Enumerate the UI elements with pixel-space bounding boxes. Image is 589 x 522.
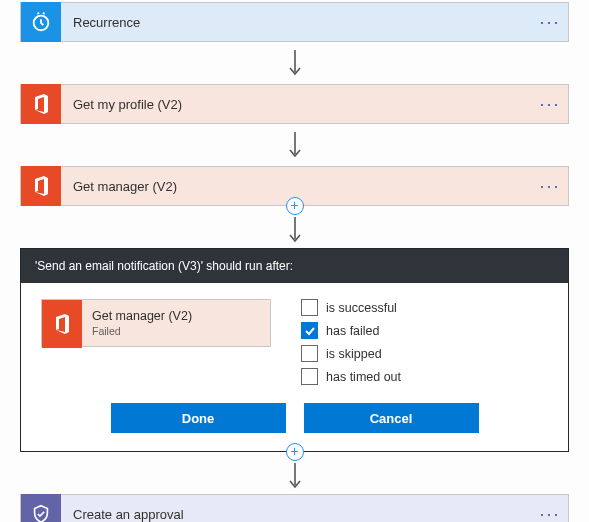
more-menu-button[interactable]: ··· [532, 509, 568, 519]
more-menu-button[interactable]: ··· [532, 17, 568, 27]
option-label: has failed [326, 324, 380, 338]
option-is-successful[interactable]: is successful [301, 299, 401, 316]
more-menu-button[interactable]: ··· [532, 99, 568, 109]
step-title: Get my profile (V2) [61, 97, 532, 112]
office-icon [21, 84, 61, 124]
option-is-skipped[interactable]: is skipped [301, 345, 401, 362]
connector-arrow [20, 42, 569, 84]
step-get-my-profile[interactable]: Get my profile (V2) ··· [20, 84, 569, 124]
office-icon [42, 300, 82, 348]
approval-shield-icon [21, 494, 61, 522]
add-step-button[interactable]: + [286, 443, 304, 461]
step-create-approval[interactable]: Create an approval ··· [20, 494, 569, 522]
connector-arrow: + [20, 206, 569, 248]
office-icon [21, 166, 61, 206]
checkbox-icon[interactable] [301, 322, 318, 339]
checkbox-icon[interactable] [301, 368, 318, 385]
option-has-timed-out[interactable]: has timed out [301, 368, 401, 385]
checkbox-icon[interactable] [301, 345, 318, 362]
option-label: has timed out [326, 370, 401, 384]
connector-arrow [20, 124, 569, 166]
step-title: Create an approval [61, 507, 532, 522]
clock-icon [21, 2, 61, 42]
run-after-panel: 'Send an email notification (V3)' should… [20, 248, 569, 452]
predecessor-card[interactable]: Get manager (V2) Failed [41, 299, 271, 347]
card-title: Get manager (V2) [92, 309, 192, 323]
panel-heading: 'Send an email notification (V3)' should… [21, 249, 568, 283]
more-menu-button[interactable]: ··· [532, 181, 568, 191]
option-has-failed[interactable]: has failed [301, 322, 401, 339]
add-step-button[interactable]: + [286, 197, 304, 215]
checkbox-icon[interactable] [301, 299, 318, 316]
step-title: Recurrence [61, 15, 532, 30]
cancel-button[interactable]: Cancel [304, 403, 479, 433]
done-button[interactable]: Done [111, 403, 286, 433]
step-recurrence[interactable]: Recurrence ··· [20, 2, 569, 42]
step-title: Get manager (V2) [61, 179, 532, 194]
connector-arrow: + [20, 452, 569, 494]
card-status: Failed [92, 325, 192, 337]
run-after-options: is successful has failed is skipped has … [301, 299, 401, 385]
option-label: is skipped [326, 347, 382, 361]
option-label: is successful [326, 301, 397, 315]
